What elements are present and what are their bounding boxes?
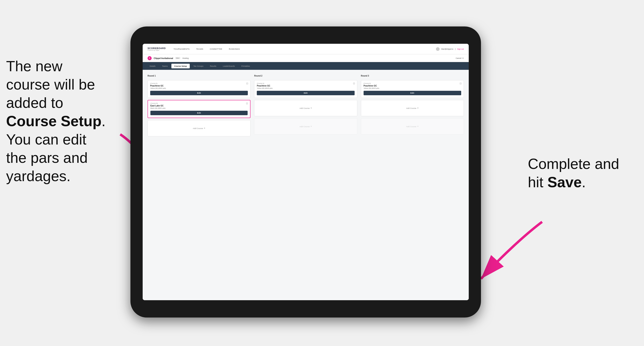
nav-rankings[interactable]: RANKINGS: [228, 47, 240, 51]
round-2-column: Round 2 ⊡ (Course A) Peachtree GC Yellow…: [254, 75, 357, 136]
tab-printables[interactable]: Printables: [238, 64, 253, 68]
round2-add-plus-icon-1: +: [310, 107, 312, 110]
round2-course-a-detail: Yellow (M) (6629 yds): [257, 87, 354, 89]
round1-course-a-name: Peachtree GC: [150, 85, 248, 87]
round1-course-a-delete-icon[interactable]: ⊡: [246, 82, 248, 85]
cancel-icon: ✕: [462, 57, 464, 59]
round3-course-a-card: ⊡ (Course A) Peachtree GC Yellow (M) (66…: [361, 80, 464, 98]
brand-title: SCOREBOARD: [148, 47, 166, 49]
round1-course-b-delete-icon[interactable]: ⊡: [246, 102, 248, 105]
tournament-badge: Men: [175, 57, 180, 59]
round3-add-course-button-1[interactable]: Add Course +: [361, 100, 464, 116]
user-avatar: [436, 47, 440, 51]
annotation-left: The new course will be added to Course S…: [6, 57, 120, 185]
tournament-name: Clippd Invitational: [154, 57, 173, 59]
round2-add-course-button-1[interactable]: Add Course +: [254, 100, 357, 116]
nav-tournaments[interactable]: TOURNAMENTS: [173, 47, 190, 51]
round1-course-b-label: (Course B): [150, 102, 248, 104]
nav-right: blair@clippd.io | Sign out: [436, 47, 464, 51]
round2-course-a-edit-button[interactable]: Edit: [257, 91, 354, 95]
round2-add-course-label-1: Add Course: [300, 107, 310, 109]
top-nav: SCOREBOARD Powered by clippd TOURNAMENTS…: [143, 44, 469, 54]
round1-course-b-detail: Black (M) (6891 yds): [150, 107, 248, 109]
round1-course-a-detail: Yellow (M) (6629 yds): [150, 87, 248, 89]
round1-course-b-edit-button[interactable]: Edit: [150, 111, 248, 115]
round2-add-course-button-2: Add Course +: [254, 118, 357, 135]
round1-course-a-label: (Course A): [150, 82, 248, 84]
round3-add-course-label-2: Add Course: [406, 125, 416, 128]
round1-course-a-edit-button[interactable]: Edit: [150, 91, 248, 95]
round2-course-a-delete-icon[interactable]: ⊡: [353, 82, 355, 85]
round3-add-plus-icon-1: +: [417, 107, 418, 110]
round3-course-a-edit-button[interactable]: Edit: [364, 91, 461, 95]
round1-add-course-button[interactable]: Add Course +: [148, 120, 250, 136]
annotation-right: Complete and hit Save.: [528, 155, 634, 191]
tournament-status: Hosting: [182, 57, 189, 59]
tab-details[interactable]: Details: [147, 64, 158, 68]
round-3-title: Round 3: [361, 75, 464, 77]
round3-add-course-label-1: Add Course: [406, 107, 416, 109]
round1-course-b-card: ⊡ (Course B) East Lake GC Black (M) (689…: [148, 100, 250, 118]
tablet-screen: SCOREBOARD Powered by clippd TOURNAMENTS…: [143, 44, 469, 300]
round3-add-plus-icon-2: +: [417, 125, 418, 128]
nav-separator: |: [455, 48, 456, 50]
round2-course-a-card: ⊡ (Course A) Peachtree GC Yellow (M) (66…: [254, 80, 357, 98]
nav-teams[interactable]: TEAMS: [196, 47, 204, 51]
round-2-title: Round 2: [254, 75, 357, 77]
round2-add-course-label-2: Add Course: [300, 125, 310, 128]
round1-add-course-label: Add Course: [193, 127, 203, 130]
round1-course-a-card: ⊡ (Course A) Peachtree GC Yellow (M) (66…: [148, 80, 250, 98]
round1-course-b-name: East Lake GC: [150, 105, 248, 107]
tournament-bar: C Clippd Invitational Men Hosting Cancel…: [143, 54, 469, 62]
tab-course-setup[interactable]: Course Setup: [172, 64, 190, 68]
user-email: blair@clippd.io: [441, 48, 453, 50]
tablet: SCOREBOARD Powered by clippd TOURNAMENTS…: [130, 26, 481, 318]
round3-course-a-label: (Course A): [364, 82, 461, 84]
round3-course-a-delete-icon[interactable]: ⊡: [460, 82, 462, 85]
round-3-column: Round 3 ⊡ (Course A) Peachtree GC Yellow…: [361, 75, 464, 136]
sign-out-link[interactable]: Sign out: [457, 48, 464, 50]
tournament-logo: C: [148, 56, 152, 60]
sub-nav: Details Teams Course Setup Tee Groups Re…: [143, 62, 469, 70]
round3-add-course-button-2: Add Course +: [361, 118, 464, 135]
cancel-button[interactable]: Cancel ✕: [456, 57, 464, 59]
round1-add-plus-icon: +: [204, 127, 205, 130]
tab-leaderboards[interactable]: Leaderboards: [220, 64, 238, 68]
round3-course-a-detail: Yellow (M) (6629 yds): [364, 87, 461, 89]
round2-course-a-name: Peachtree GC: [257, 85, 354, 87]
round3-course-a-name: Peachtree GC: [364, 85, 461, 87]
round2-course-a-label: (Course A): [257, 82, 354, 84]
round-1-title: Round 1: [148, 75, 250, 77]
round2-add-plus-icon-2: +: [310, 125, 312, 128]
brand-subtitle: Powered by clippd: [148, 49, 166, 51]
tab-tee-groups[interactable]: Tee Groups: [190, 64, 206, 68]
tab-results[interactable]: Results: [207, 64, 219, 68]
brand: SCOREBOARD Powered by clippd: [148, 47, 166, 51]
nav-committee[interactable]: COMMITTEE: [209, 47, 223, 51]
rounds-container: Round 1 ⊡ (Course A) Peachtree GC Yellow…: [148, 75, 464, 136]
round-1-column: Round 1 ⊡ (Course A) Peachtree GC Yellow…: [148, 75, 250, 136]
tab-teams[interactable]: Teams: [159, 64, 170, 68]
main-content: Round 1 ⊡ (Course A) Peachtree GC Yellow…: [143, 70, 469, 300]
